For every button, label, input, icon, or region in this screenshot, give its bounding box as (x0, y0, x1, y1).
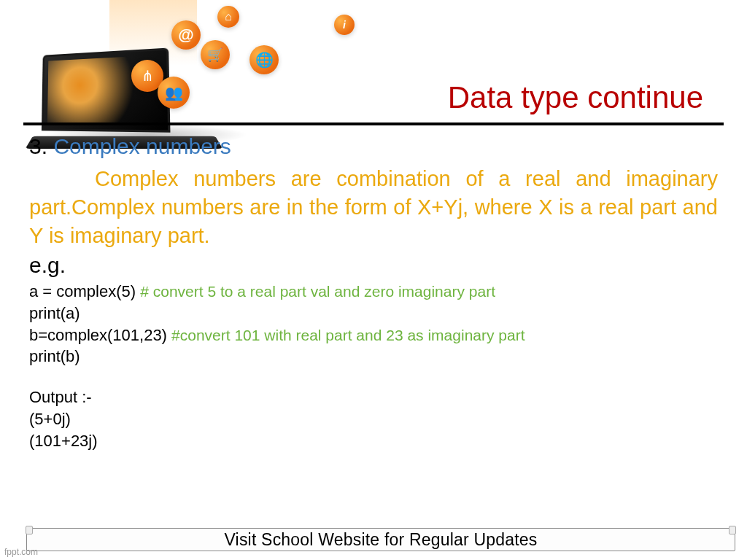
output-label: Output :- (29, 386, 718, 408)
code-line-1: a = complex(5) # convert 5 to a real par… (29, 281, 718, 303)
code-comment: # convert 5 to a real part val and zero … (140, 283, 495, 300)
footer-banner: Visit School Website for Regular Updates (26, 528, 735, 551)
body-paragraph: Complex numbers are combination of a rea… (29, 165, 718, 250)
header-graphic: ⋔ 👥 @ 🛒 ⌂ 🌐 i Data type continue (0, 0, 747, 124)
people-icon: 👥 (158, 77, 190, 109)
example-label: e.g. (29, 253, 718, 278)
cart-icon: 🛒 (201, 40, 230, 69)
code-text: a = complex(5) (29, 282, 140, 300)
section-heading: 3. Complex numbers (29, 134, 718, 159)
info-icon: i (334, 15, 355, 35)
title-divider (23, 122, 724, 125)
code-line-3: b=complex(101,23) #convert 101 with real… (29, 324, 718, 346)
section-number: 3. (29, 134, 47, 158)
slide-title: Data type continue (448, 80, 703, 115)
slide-content: 3. Complex numbers Complex numbers are c… (29, 134, 718, 451)
code-block: a = complex(5) # convert 5 to a real par… (29, 281, 718, 451)
at-icon: @ (171, 20, 201, 50)
code-line-2: print(a) (29, 303, 718, 324)
output-line-1: (5+0j) (29, 408, 718, 430)
output-line-2: (101+23j) (29, 430, 718, 452)
watermark: fppt.com (4, 547, 38, 557)
code-comment: #convert 101 with real part and 23 as im… (171, 327, 525, 343)
code-line-4: print(b) (29, 346, 718, 368)
home-icon: ⌂ (217, 6, 239, 28)
section-name: Complex numbers (53, 134, 231, 158)
code-text: b=complex(101,23) (29, 326, 171, 344)
globe-icon: 🌐 (249, 45, 279, 74)
footer-text: Visit School Website for Regular Updates (224, 530, 537, 550)
